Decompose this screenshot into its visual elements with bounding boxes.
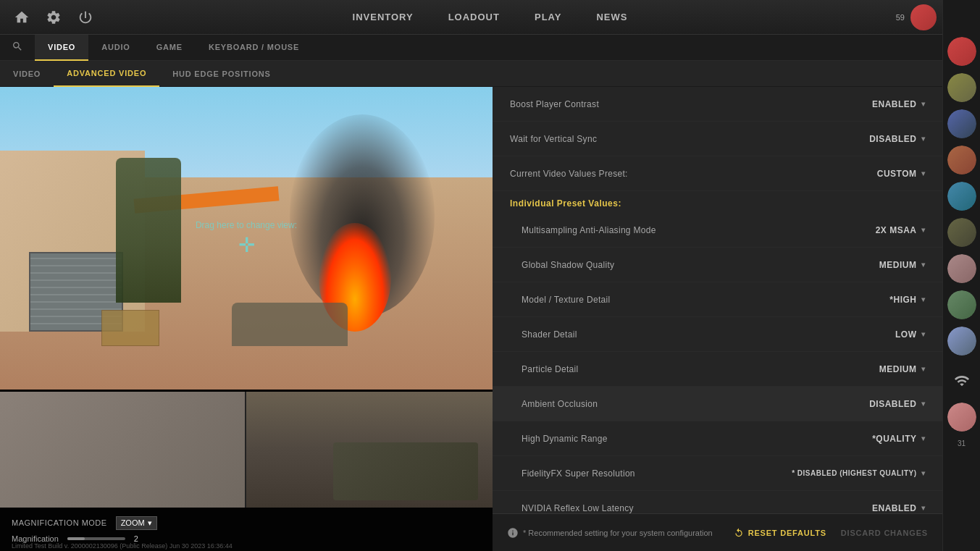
settings-row-boost-contrast[interactable]: Boost Player Contrast ENABLED ▾ — [493, 87, 942, 122]
sidebar-avatar-8[interactable] — [947, 290, 976, 319]
shadow-quality-value[interactable]: MEDIUM ▾ — [879, 260, 925, 270]
settings-row-shader-detail[interactable]: Shader Detail LOW ▾ — [493, 317, 942, 352]
ambient-occlusion-chevron: ▾ — [921, 400, 926, 408]
hdr-label: High Dynamic Range — [522, 434, 608, 444]
settings-icon[interactable] — [43, 7, 64, 28]
texture-detail-chevron: ▾ — [921, 295, 926, 303]
recommended-note-text: * Recommended setting for your system co… — [523, 529, 713, 537]
fsr-chevron: ▾ — [921, 469, 926, 477]
settings-row-preset[interactable]: Current Video Values Preset: CUSTOM ▾ — [493, 156, 942, 191]
texture-detail-value[interactable]: *HIGH ▾ — [889, 295, 925, 305]
sec-tab-video[interactable]: VIDEO — [0, 61, 54, 87]
sidebar-avatar-10[interactable] — [947, 403, 976, 432]
settings-row-particle-detail[interactable]: Particle Detail MEDIUM ▾ — [493, 352, 942, 387]
settings-row-ambient-occlusion[interactable]: Ambient Occlusion DISABLED ▾ — [493, 387, 942, 421]
bottom-left-scene — [0, 392, 246, 508]
fsr-value[interactable]: * DISABLED (HIGHEST QUALITY) ▾ — [792, 469, 925, 477]
sec-tab-hud-edge[interactable]: HUD EDGE POSITIONS — [159, 61, 283, 87]
fsr-label: FidelityFX Super Resolution — [522, 468, 635, 479]
magnification-value: 2 — [134, 534, 138, 543]
ambient-occlusion-text: DISABLED — [869, 399, 916, 409]
nvidia-reflex-chevron: ▾ — [921, 504, 926, 512]
settings-panel: Boost Player Contrast ENABLED ▾ Wait for… — [493, 35, 942, 551]
shadow-quality-chevron: ▾ — [921, 261, 926, 269]
texture-detail-label: Model / Texture Detail — [522, 295, 610, 305]
particle-detail-value[interactable]: MEDIUM ▾ — [879, 364, 925, 374]
preset-text: CUSTOM — [877, 169, 917, 179]
sidebar-avatar-4[interactable] — [947, 146, 976, 174]
sub-tab-bar-left: VIDEO AUDIO GAME KEYBOARD / MOUSE — [0, 35, 493, 61]
boost-contrast-label: Boost Player Contrast — [510, 99, 599, 109]
zoom-dropdown[interactable]: ZOOM ▾ — [116, 516, 157, 530]
bottom-right-scene — [246, 392, 493, 508]
nvidia-reflex-value[interactable]: ENABLED ▾ — [872, 503, 925, 513]
nav-loadout[interactable]: LOADOUT — [448, 9, 500, 25]
sidebar-avatar-1[interactable] — [947, 37, 976, 66]
vsync-text: DISABLED — [869, 134, 916, 144]
user-avatar-top[interactable] — [910, 4, 937, 30]
sidebar-signal-icon[interactable] — [947, 366, 976, 395]
shader-detail-value[interactable]: LOW ▾ — [895, 329, 925, 340]
tab-audio[interactable]: AUDIO — [88, 35, 143, 61]
discard-changes-button[interactable]: DISCARD CHANGES — [841, 529, 928, 537]
hdr-text: *QUALITY — [872, 434, 916, 444]
sidebar-avatar-9[interactable] — [947, 327, 976, 356]
boost-contrast-value[interactable]: ENABLED ▾ — [872, 99, 925, 109]
nav-play[interactable]: PLAY — [535, 9, 561, 25]
boost-contrast-text: ENABLED — [872, 99, 917, 109]
msaa-value[interactable]: 2X MSAA ▾ — [876, 225, 925, 235]
sidebar-avatar-6[interactable] — [947, 218, 976, 247]
zoom-chevron: ▾ — [148, 518, 152, 528]
game-screenshot-bottom — [0, 392, 493, 508]
ambient-occlusion-value[interactable]: DISABLED ▾ — [869, 399, 925, 409]
settings-row-fsr[interactable]: FidelityFX Super Resolution * DISABLED (… — [493, 456, 942, 491]
sidebar-avatar-5[interactable] — [947, 182, 976, 211]
preset-label: Current Video Values Preset: — [510, 169, 628, 179]
tab-video[interactable]: VIDEO — [35, 35, 88, 61]
power-icon[interactable] — [75, 7, 96, 28]
discard-changes-label: DISCARD CHANGES — [841, 529, 928, 537]
settings-row-shadow-quality[interactable]: Global Shadow Quality MEDIUM ▾ — [493, 248, 942, 282]
particle-detail-text: MEDIUM — [879, 364, 917, 374]
magnification-label: Magnification — [12, 534, 59, 543]
msaa-chevron: ▾ — [921, 226, 926, 234]
nvidia-reflex-label: NVIDIA Reflex Low Latency — [522, 503, 634, 513]
main-content: VIDEO AUDIO GAME KEYBOARD / MOUSE VIDEO … — [0, 35, 942, 551]
recommended-note: * Recommended setting for your system co… — [507, 527, 713, 539]
sidebar-avatar-2[interactable] — [947, 73, 976, 102]
fsr-text: * DISABLED (HIGHEST QUALITY) — [792, 469, 916, 477]
settings-row-vsync[interactable]: Wait for Vertical Sync DISABLED ▾ — [493, 122, 942, 156]
hdr-value[interactable]: *QUALITY ▾ — [872, 434, 925, 444]
nav-left — [0, 7, 96, 28]
tab-keyboard-mouse[interactable]: KEYBOARD / MOUSE — [196, 35, 312, 61]
nav-news[interactable]: NEWS — [596, 9, 627, 25]
magnification-mode-label: Magnification Mode — [12, 518, 107, 527]
shadow-quality-text: MEDIUM — [879, 260, 917, 270]
sidebar-avatar-3[interactable] — [947, 109, 976, 138]
particle-detail-label: Particle Detail — [522, 364, 579, 374]
home-icon[interactable] — [12, 7, 32, 28]
shader-detail-chevron: ▾ — [921, 330, 926, 338]
bottom-bar: Magnification Mode ZOOM ▾ Magnification … — [0, 508, 493, 551]
search-icon-btn[interactable] — [0, 41, 35, 55]
settings-row-texture-detail[interactable]: Model / Texture Detail *HIGH ▾ — [493, 282, 942, 317]
sub-tab-bar-right — [493, 35, 942, 61]
magnification-slider[interactable] — [67, 537, 125, 540]
sidebar-avatar-7[interactable] — [947, 254, 976, 283]
tab-game[interactable]: GAME — [143, 35, 196, 61]
sec-tab-advanced-video[interactable]: ADVANCED VIDEO — [54, 61, 159, 87]
nav-inventory[interactable]: INVENTORY — [353, 9, 414, 25]
ambient-occlusion-label: Ambient Occlusion — [522, 399, 598, 409]
reset-defaults-label: RESET DEFAULTS — [748, 529, 826, 537]
section-header-preset-values: Individual Preset Values: — [493, 191, 942, 213]
vsync-label: Wait for Vertical Sync — [510, 134, 597, 144]
vsync-value[interactable]: DISABLED ▾ — [869, 134, 925, 144]
game-screenshot-top: Drag here to change view: ✛ — [0, 87, 493, 390]
reset-defaults-button[interactable]: RESET DEFAULTS — [734, 528, 826, 538]
nvidia-reflex-text: ENABLED — [872, 503, 917, 513]
settings-row-hdr[interactable]: High Dynamic Range *QUALITY ▾ — [493, 421, 942, 456]
drag-text: Drag here to change view: — [196, 220, 297, 230]
settings-row-msaa[interactable]: Multisampling Anti-Aliasing Mode 2X MSAA… — [493, 213, 942, 248]
particle-detail-chevron: ▾ — [921, 365, 926, 373]
preset-value[interactable]: CUSTOM ▾ — [877, 169, 925, 179]
